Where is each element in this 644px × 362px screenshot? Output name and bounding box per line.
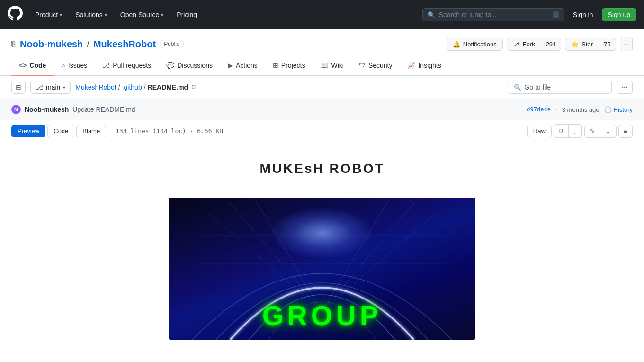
repo-tabs: <> Code ○ Issues ⎇ Pull requests 💬 Discu… [11,56,633,75]
pull-requests-icon: ⎇ [102,62,110,69]
tab-pull-requests-label: Pull requests [113,62,151,69]
breadcrumb-bar: ⊟ ⎇ main ▾ MukeshRobot / .github / READM… [0,76,644,99]
go-to-file-label: Go to file [524,83,551,91]
repo-title-row: ⎘ Noob-mukesh / MukeshRobot Public 🔔 Not… [11,37,633,51]
preview-tab-button[interactable]: Preview [11,125,45,137]
notifications-button[interactable]: 🔔 Notifications [447,38,503,51]
search-placeholder-text: Search or jump to... [439,11,549,18]
star-button-group: ⭐ Star 75 [565,38,616,51]
tab-projects[interactable]: ⊞ Projects [265,56,313,76]
breadcrumb-path: MukeshRobot / .github / README.md ⧉ [75,82,503,92]
file-view-bar: Preview Code Blame 133 lines (104 loc) ·… [0,120,644,142]
tab-security-label: Security [368,62,393,69]
tab-insights-label: Insights [418,62,441,69]
history-clock-icon: 🕐 [604,106,612,113]
commit-hash-link[interactable]: d97dece [527,106,551,113]
history-label: History [614,106,633,113]
search-small-icon: 🔍 [514,84,521,91]
tab-projects-label: Projects [281,62,305,69]
tab-pull-requests[interactable]: ⎇ Pull requests [95,56,159,76]
tab-wiki-label: Wiki [331,62,343,69]
product-chevron-icon: ▾ [60,12,62,18]
lines-toggle-button[interactable]: ≡ [618,125,633,138]
file-stats-text: 133 lines (104 loc) · 6.56 KB [116,127,223,135]
signup-button[interactable]: Sign up [602,8,636,21]
tab-code[interactable]: <> Code [11,56,54,76]
solutions-chevron-icon: ▾ [105,12,107,18]
fork-count[interactable]: 291 [541,38,561,50]
actions-icon: ▶ [228,62,233,69]
edit-more-button[interactable]: ⌄ [600,125,616,137]
open-source-menu[interactable]: Open Source ▾ [116,7,169,22]
issues-icon: ○ [61,62,65,69]
readme-content: MUKEsH ROBOT [0,142,644,359]
projects-icon: ⊞ [273,62,278,69]
star-count[interactable]: 75 [599,38,615,50]
breadcrumb-sep-2: / [144,83,146,91]
security-icon: 🛡 [359,62,366,69]
svg-line-4 [322,198,419,311]
insights-icon: 📈 [407,62,415,69]
repo-separator: / [87,39,89,50]
wiki-icon: 📖 [320,62,328,69]
github-logo-icon[interactable] [8,6,23,24]
commit-author-name[interactable]: Noob-mukesh [25,106,69,113]
edit-action-group: ✎ ⌄ [584,125,617,138]
file-action-group: ⧉ ↓ [554,124,582,138]
breadcrumb-repo-link[interactable]: MukeshRobot [75,83,116,91]
discussions-icon: 💬 [166,62,174,69]
search-bar[interactable]: 🔍 Search or jump to... / [422,8,564,21]
repo-name-link[interactable]: MukeshRobot [93,39,156,50]
branch-icon: ⎇ [36,83,43,91]
history-button[interactable]: 🕐 History [604,106,633,113]
breadcrumb-github-link[interactable]: .github [122,83,142,91]
copy-path-button[interactable]: ⧉ [190,82,198,92]
notifications-label: Notifications [463,41,497,48]
raw-button[interactable]: Raw [527,125,552,137]
star-label: Star [581,41,593,48]
solutions-menu[interactable]: Solutions ▾ [71,7,112,22]
tab-security[interactable]: 🛡 Security [351,56,400,76]
commit-bar: N Noob-mukesh Update README.md d97dece ·… [0,99,644,120]
sidebar-toggle-button[interactable]: ⊟ [11,81,26,94]
tab-issues[interactable]: ○ Issues [54,56,95,76]
open-source-chevron-icon: ▾ [161,12,163,18]
code-tab-button[interactable]: Code [47,125,74,137]
pricing-link[interactable]: Pricing [172,7,202,22]
branch-chevron-icon: ▾ [63,85,65,90]
group-text: GROUP [262,299,382,331]
svg-line-2 [206,212,322,311]
copy-file-button[interactable]: ⧉ [554,125,569,137]
readme-image-container: GROUP [11,198,633,340]
tab-discussions[interactable]: 💬 Discussions [159,56,220,76]
tab-insights[interactable]: 📈 Insights [400,56,448,76]
repo-type-icon: ⎘ [11,40,16,48]
signin-button[interactable]: Sign in [568,9,598,21]
more-options-button[interactable]: ··· [617,81,633,94]
add-button[interactable]: + [620,37,633,51]
repo-header: ⎘ Noob-mukesh / MukeshRobot Public 🔔 Not… [0,29,644,76]
branch-selector[interactable]: ⎇ main ▾ [30,81,71,94]
readme-divider [73,186,571,186]
tab-actions-label: Actions [236,62,258,69]
fork-icon: ⎇ [513,41,520,48]
product-menu[interactable]: Product ▾ [30,7,67,22]
tab-wiki[interactable]: 📖 Wiki [313,56,351,76]
tab-actions[interactable]: ▶ Actions [220,56,265,76]
blame-tab-button[interactable]: Blame [76,125,106,137]
fork-button[interactable]: ⎇ Fork [507,38,541,50]
fork-label: Fork [523,41,535,48]
visibility-badge: Public [160,40,184,48]
go-to-file-input[interactable]: 🔍 Go to file [508,81,612,94]
repo-owner-link[interactable]: Noob-mukesh [20,39,83,50]
code-icon: <> [19,62,27,69]
bell-icon: 🔔 [453,41,460,48]
tab-issues-label: Issues [68,62,87,69]
star-button[interactable]: ⭐ Star [565,38,599,50]
download-file-button[interactable]: ↓ [569,125,582,137]
breadcrumb-sep-1: / [118,83,120,91]
tab-code-label: Code [29,62,46,69]
star-icon: ⭐ [571,41,579,48]
commit-age: 3 months ago [562,106,599,113]
edit-file-button[interactable]: ✎ [585,125,600,137]
